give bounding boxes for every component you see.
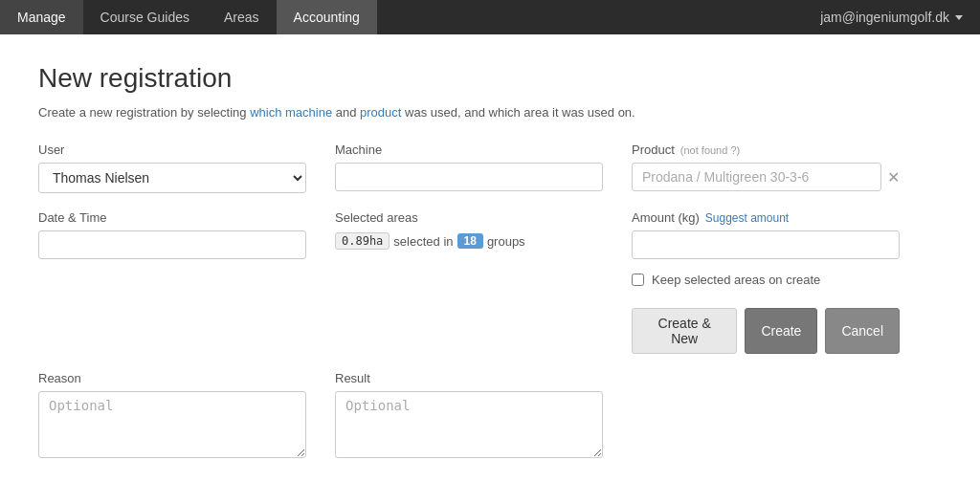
suggest-amount-link[interactable]: Suggest amount [705,211,789,225]
subtitle-text1: Create a new registration by selecting [38,105,250,120]
keep-areas-checkbox[interactable] [632,274,644,286]
groups-text: groups [487,234,525,249]
product-input-row: ✕ [632,163,900,191]
main-content: New registration Create a new registrati… [0,34,938,482]
nav-accounting[interactable]: Accounting [277,0,377,34]
datetime-input[interactable]: 2014-11-05 18:32 [38,230,306,259]
reason-label: Reason [38,371,306,385]
amount-input[interactable]: 280 [632,230,900,259]
subtitle-link-machine[interactable]: which machine [250,105,332,120]
result-field-group: Result [335,371,603,458]
keep-areas-label: Keep selected areas on create [652,273,820,287]
product-label-row: Product (not found ?) [632,142,900,157]
page-subtitle: Create a new registration by selecting w… [38,105,900,120]
selected-in-text: selected in [393,234,453,249]
user-email-label: jam@ingeniumgolf.dk [820,10,949,25]
product-not-found-badge: (not found ?) [680,144,740,156]
subtitle-text2: and [336,105,360,120]
area-groups-badge: 18 [457,233,483,249]
user-menu-caret [955,15,963,20]
form-button-row: Create & New Create Cancel [632,308,900,354]
selected-areas-display: 0.89ha selected in 18 groups [335,232,603,250]
selected-areas-label: Selected areas [335,210,603,225]
amount-label-row: Amount (kg) Suggest amount [632,210,900,225]
datetime-label: Date & Time [38,210,306,225]
user-label: User [38,142,306,157]
datetime-field-group: Date & Time 2014-11-05 18:32 [38,210,306,354]
machine-field-group: Machine Toro MultiPro 5800 #1 [335,142,603,193]
amount-field-group: Amount (kg) Suggest amount 280 [632,210,900,259]
product-field-group: Product (not found ?) ✕ [632,142,900,193]
product-label: Product [632,142,675,157]
product-input[interactable] [632,163,881,191]
product-clear-icon[interactable]: ✕ [887,168,900,186]
area-ha-badge: 0.89ha [335,232,390,250]
reason-textarea[interactable] [38,391,306,458]
amount-label: Amount (kg) [632,210,700,225]
create-button[interactable]: Create [745,308,817,354]
page-title: New registration [38,63,900,94]
create-new-button[interactable]: Create & New [632,308,737,354]
nav-manage[interactable]: Manage [0,0,83,34]
form-grid: User Thomas Nielsen Machine Toro MultiPr… [38,142,900,458]
navbar: Manage Course Guides Areas Accounting ja… [0,0,980,34]
user-menu[interactable]: jam@ingeniumgolf.dk [803,0,980,34]
machine-input[interactable]: Toro MultiPro 5800 #1 [335,163,603,191]
selected-areas-field-group: Selected areas 0.89ha selected in 18 gro… [335,210,603,354]
subtitle-link-product[interactable]: product [360,105,401,120]
cancel-button[interactable]: Cancel [825,308,900,354]
nav-areas[interactable]: Areas [207,0,277,34]
nav-course-guides[interactable]: Course Guides [83,0,207,34]
result-label: Result [335,371,603,385]
keep-areas-row: Keep selected areas on create [632,273,900,287]
result-textarea[interactable] [335,391,603,458]
machine-label: Machine [335,142,603,157]
user-select[interactable]: Thomas Nielsen [38,163,306,193]
amount-and-actions-group: Amount (kg) Suggest amount 280 Keep sele… [632,210,900,354]
reason-field-group: Reason [38,371,306,458]
subtitle-text3: was used, and which area it was used on. [405,105,635,120]
user-field-group: User Thomas Nielsen [38,142,306,193]
